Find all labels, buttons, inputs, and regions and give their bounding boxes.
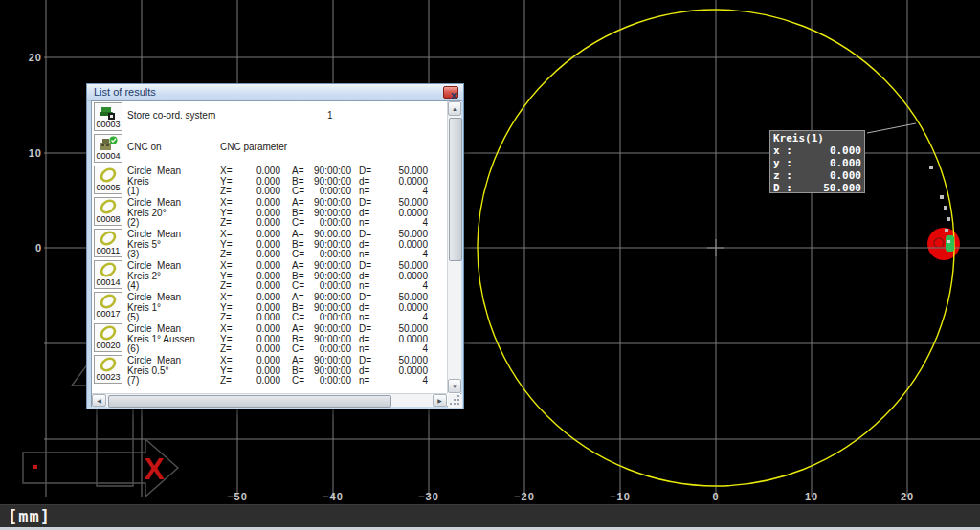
result-row-00017[interactable]: 00017Circle MeanX=0.000A=90:00:00D=50.00… (92, 291, 447, 323)
result-row-00003[interactable]: 00003Store co-ord. system1 (92, 101, 447, 134)
result-row-00004[interactable]: 00004CNC onCNC parameter (92, 133, 447, 166)
list-of-results-dialog: List of results x 00003Store co-ord. sys… (86, 83, 464, 409)
result-line: (7)Z=0.000C=0:00:00n=4 (92, 375, 447, 386)
y-tick-label: 10 (0, 147, 42, 159)
value: 50.000 (361, 323, 428, 334)
feature-index: (6) (127, 343, 139, 354)
horizontal-scrollbar[interactable]: ◀ ▶ (92, 393, 447, 407)
vertical-scrollbar[interactable]: ▲ ▼ (447, 101, 461, 393)
result-line: KreisY=0.000B=90:00:00d=0.0000 (92, 176, 447, 187)
value: 4 (361, 186, 428, 196)
vertical-scroll-thumb[interactable] (449, 118, 462, 261)
feature-type: Circle Mean (127, 292, 181, 302)
dialog-titlebar[interactable]: List of results x (87, 84, 463, 101)
value: 90:00:00 (294, 292, 351, 302)
result-row-00005[interactable]: 00005Circle MeanX=0.000A=90:00:00D=50.00… (92, 165, 447, 197)
value: 0.000 (222, 229, 280, 239)
value: 0.000 (222, 186, 280, 196)
value: 90:00:00 (294, 355, 351, 365)
feature-type: Circle Mean (127, 323, 181, 334)
value: 90:00:00 (294, 334, 351, 344)
step-name: Store co-ord. system (127, 110, 215, 121)
value: 0:00:00 (294, 217, 351, 228)
result-line: Circle MeanX=0.000A=90:00:00D=50.000 (92, 355, 447, 365)
value: 90:00:00 (294, 197, 351, 208)
result-line: Kreis 0.5°Y=0.000B=90:00:00d=0.0000 (92, 365, 447, 376)
scroll-down-button[interactable]: ▼ (448, 379, 461, 393)
x-tick-label: 20 (890, 491, 924, 502)
value: 4 (361, 312, 428, 322)
value: 50.000 (361, 260, 428, 271)
result-row-00023[interactable]: 00023Circle MeanX=0.000A=90:00:00D=50.00… (92, 354, 447, 386)
result-line: Kreis 1° AussenY=0.000B=90:00:00d=0.0000 (92, 334, 447, 344)
measure-point-dot (940, 195, 944, 199)
value: 0.000 (222, 271, 280, 281)
feature-type: Circle Mean (127, 229, 181, 239)
value: 0.000 (222, 217, 280, 228)
tooltip-row-value: 0.000 (830, 169, 861, 182)
feature-index: (5) (127, 312, 139, 322)
result-line: (3)Z=0.000C=0:00:00n=4 (92, 249, 447, 259)
result-line: (4)Z=0.000C=0:00:00n=4 (92, 280, 447, 291)
step-value: 1 (327, 110, 333, 121)
value: 0:00:00 (294, 280, 351, 291)
result-line: Circle MeanX=0.000A=90:00:00D=50.000 (92, 292, 447, 302)
result-row-00020[interactable]: 00020Circle MeanX=0.000A=90:00:00D=50.00… (92, 322, 447, 355)
probe-tip-marker (946, 235, 954, 252)
feature-index: (4) (127, 280, 139, 291)
value: 90:00:00 (294, 260, 351, 271)
x-tick-label: −40 (316, 491, 350, 502)
value: 0.000 (222, 249, 280, 259)
scroll-left-button[interactable]: ◀ (92, 394, 106, 407)
value: 0.000 (222, 176, 280, 187)
tooltip-title: Kreis(1) (773, 132, 861, 144)
value: 0.0000 (361, 302, 428, 313)
feature-name: Kreis 5° (127, 239, 161, 250)
scroll-up-button[interactable]: ▲ (448, 101, 461, 116)
result-line: Circle MeanX=0.000A=90:00:00D=50.000 (92, 260, 447, 271)
result-line: (2)Z=0.000C=0:00:00n=4 (92, 217, 447, 228)
value: 90:00:00 (294, 271, 351, 281)
resize-grip-icon[interactable] (448, 394, 462, 408)
close-button[interactable]: x (443, 86, 458, 99)
horizontal-scroll-thumb[interactable] (108, 395, 391, 408)
value: 0.0000 (361, 239, 428, 250)
feature-tooltip: Kreis(1) x :0.000y :0.000z :0.000D :50.0… (769, 130, 865, 193)
result-line: Circle MeanX=0.000A=90:00:00D=50.000 (92, 323, 447, 334)
measure-point-dot (947, 217, 950, 221)
value: 4 (361, 343, 428, 354)
y-tick-label: 0 (0, 242, 42, 254)
x-tick-label: −10 (603, 491, 637, 502)
x-tick-label: −50 (220, 491, 255, 502)
tooltip-row: x :0.000 (773, 144, 861, 157)
value: 90:00:00 (294, 176, 351, 187)
tooltip-row-label: y : (773, 157, 792, 169)
cnc-on-icon: 00004 (94, 134, 122, 163)
result-row-00014[interactable]: 00014Circle MeanX=0.000A=90:00:00D=50.00… (92, 259, 447, 292)
result-line: Circle MeanX=0.000A=90:00:00D=50.000 (92, 229, 447, 239)
measure-point-dot (945, 229, 948, 232)
feature-index: (1) (127, 186, 139, 196)
value: 50.000 (361, 292, 428, 302)
value: 0.000 (222, 355, 280, 365)
value: 0:00:00 (294, 343, 351, 354)
value: 0.000 (222, 280, 280, 291)
y-tick-label: 20 (0, 52, 42, 63)
tooltip-row-label: D : (773, 182, 792, 194)
x-axis-label: X (144, 452, 165, 486)
feature-name: Kreis 1° (127, 302, 161, 313)
feature-type: Circle Mean (127, 355, 181, 365)
value: 0.0000 (361, 208, 428, 218)
result-row-00011[interactable]: 00011Circle MeanX=0.000A=90:00:00D=50.00… (92, 228, 447, 260)
feature-index: (2) (127, 217, 139, 228)
value: 4 (361, 249, 428, 259)
result-line: Circle MeanX=0.000A=90:00:00D=50.000 (92, 166, 447, 176)
value: 0:00:00 (294, 186, 351, 196)
result-line: Kreis 2°Y=0.000B=90:00:00d=0.0000 (92, 271, 447, 281)
value: 90:00:00 (294, 229, 351, 239)
units-label: [mm] (8, 507, 51, 526)
scroll-right-button[interactable]: ▶ (433, 394, 447, 407)
cad-viewport[interactable]: YX −50−40−30−20−1001020 20100 [mm] Kreis… (0, 0, 980, 530)
value: 0.000 (222, 365, 280, 376)
result-row-00008[interactable]: 00008Circle MeanX=0.000A=90:00:00D=50.00… (92, 196, 447, 229)
